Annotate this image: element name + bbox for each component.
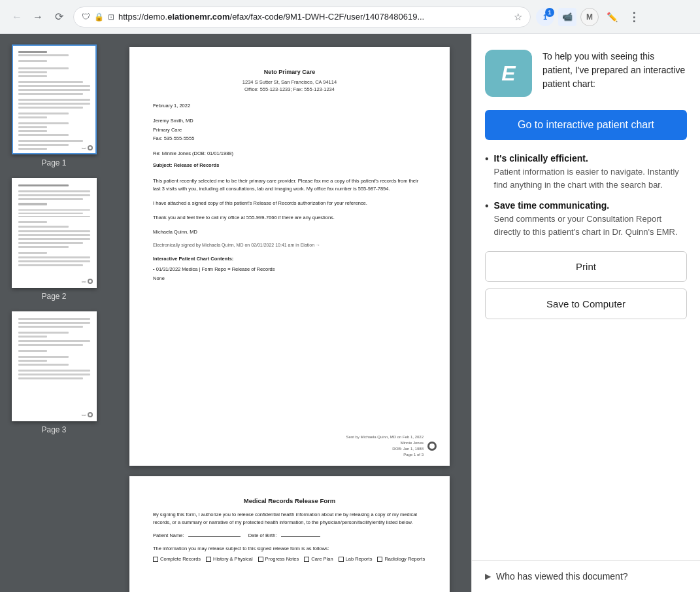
checkbox-lab-reports: Lab Reports xyxy=(339,555,373,563)
print-button[interactable]: Print xyxy=(485,251,687,282)
doc-ipc-title: Interactive Patient Chart Contents: xyxy=(153,255,426,263)
doc-page2-title: Medical Records Release Form xyxy=(153,497,426,504)
who-viewed-section: ▶ Who has viewed this document? xyxy=(472,560,700,592)
doc-electronic-sig: Electronically signed by Michaela Quinn,… xyxy=(153,241,426,249)
checkbox-complete-records: Complete Records xyxy=(153,555,201,563)
url-text: https://demo.elationemr.com/efax/fax-cod… xyxy=(118,12,510,22)
doc-page2-body: By signing this form, I authorize you to… xyxy=(153,511,426,563)
right-sidebar: E To help you with seeing this patient, … xyxy=(471,34,700,592)
thumb-1-footer: text xyxy=(82,145,92,150)
thumbnail-3-label: Page 3 xyxy=(41,425,66,434)
feature-content-1: It's clinically efficient. Patient infor… xyxy=(494,153,687,191)
checkbox-radiology-reports: Radiology Reports xyxy=(377,555,425,563)
doc-para-2: I have attached a signed copy of this pa… xyxy=(153,200,426,207)
feature-content-2: Save time communicating. Send comments o… xyxy=(494,200,687,238)
thumb-3-footer: text xyxy=(82,412,92,417)
doc-recipient: Jeremy Smith, MD Primary Care Fax: 535-5… xyxy=(153,116,426,143)
browser-chrome: ← → ⟳ 🛡 🔒 ⊡ https://demo.elationemr.com/… xyxy=(0,0,700,34)
feature-2-desc: Send comments or your Consultation Repor… xyxy=(494,213,687,238)
thumb-2-footer: text xyxy=(82,279,92,284)
doc-para-1: This patient recently selected me to be … xyxy=(153,177,426,193)
doc-signature: Michaela Quinn, MD xyxy=(153,228,426,236)
doc-body-1: February 1, 2022 Jeremy Smith, MD Primar… xyxy=(153,102,426,283)
doc-ipc-item: • 01/31/2022 Medica | Form Repo ≡ Releas… xyxy=(153,266,426,273)
meta-extension-icon[interactable]: M xyxy=(580,8,599,26)
feature-1-desc: Patient information is easier to navigat… xyxy=(494,165,687,191)
menu-button[interactable]: ⋮ xyxy=(625,8,643,26)
feature-bullet-2: • xyxy=(485,201,489,211)
edit-button[interactable]: ✏️ xyxy=(603,8,621,26)
features-list: • It's clinically efficient. Patient inf… xyxy=(485,153,687,238)
checkbox-history-physical: History & Physical xyxy=(206,555,252,563)
doc-page2-para1: By signing this form, I authorize you to… xyxy=(153,511,426,527)
elation-card: E To help you with seeing this patient, … xyxy=(485,50,687,97)
doc-release-group: The information you may release subject … xyxy=(153,545,426,563)
thumbnail-page-3[interactable]: text Page 3 xyxy=(5,311,103,434)
star-icon[interactable]: ☆ xyxy=(514,11,522,23)
back-button[interactable]: ← xyxy=(8,8,26,26)
doc-checkbox-row: Complete Records History & Physical Prog… xyxy=(153,555,426,563)
main-content: text Page 1 xyxy=(0,34,700,592)
thumbnail-1-label: Page 1 xyxy=(41,158,66,167)
address-bar[interactable]: 🛡 🔒 ⊡ https://demo.elationemr.com/efax/f… xyxy=(73,7,531,27)
doc-clinic-info: 1234 S Sutter St, San Francisco, CA 9411… xyxy=(153,78,426,94)
document-area: Neto Primary Care 1234 S Sutter St, San … xyxy=(108,34,471,592)
elation-intro-text: To help you with seeing this patient, I'… xyxy=(542,50,687,91)
thumbnails-sidebar: text Page 1 xyxy=(0,34,108,592)
forward-button[interactable]: → xyxy=(29,8,47,26)
nav-buttons: ← → ⟳ xyxy=(8,8,68,26)
thumbnail-2-label: Page 2 xyxy=(41,292,66,301)
right-sidebar-content: E To help you with seeing this patient, … xyxy=(472,34,700,560)
reload-button[interactable]: ⟳ xyxy=(50,8,68,26)
save-to-computer-button[interactable]: Save to Computer xyxy=(485,288,687,319)
interactive-chart-button[interactable]: Go to interactive patient chart xyxy=(485,110,687,140)
doc-clinic-name: Neto Primary Care xyxy=(153,68,426,77)
doc-para-3: Thank you and feel free to call my offic… xyxy=(153,214,426,222)
lock-icon: 🔒 xyxy=(94,12,104,22)
elation-logo: E xyxy=(485,50,532,97)
doc-date: February 1, 2022 xyxy=(153,102,426,110)
doc-patient-name-field: Patient Name: xyxy=(153,532,241,540)
thumbnail-img-1: text xyxy=(12,44,97,154)
document-page-2: Medical Records Release Form By signing … xyxy=(129,476,450,592)
doc-dob-field: Date of Birth: xyxy=(248,532,320,540)
profile-extension-icon[interactable]: 1 1 xyxy=(536,8,554,26)
pip-icon: ⊡ xyxy=(108,12,114,22)
elation-logo-letter: E xyxy=(501,61,515,86)
thumbnail-img-2: text xyxy=(12,178,97,288)
browser-actions: 1 1 📹 M ✏️ ⋮ xyxy=(536,8,643,26)
feature-2-title: Save time communicating. xyxy=(494,200,687,211)
action-buttons: Print Save to Computer xyxy=(485,251,687,319)
thumbnail-page-1[interactable]: text Page 1 xyxy=(5,44,103,167)
doc-footer-info: Sent by Michaela Quinn, MD on Feb 1, 202… xyxy=(346,434,424,458)
feature-item-2: • Save time communicating. Send comments… xyxy=(485,200,687,238)
doc-subject: Subject: Release of Records xyxy=(153,162,426,169)
doc-re: Re: Minnie Jones (DOB: 01/01/1988) xyxy=(153,150,426,158)
thumbnail-img-3: text xyxy=(12,311,97,421)
feature-bullet-1: • xyxy=(485,154,489,164)
who-viewed-button[interactable]: ▶ Who has viewed this document? xyxy=(485,571,687,582)
who-viewed-chevron-icon: ▶ xyxy=(485,572,491,581)
doc-footer-circle xyxy=(427,442,437,451)
feature-1-title: It's clinically efficient. xyxy=(494,153,687,164)
feature-item-1: • It's clinically efficient. Patient inf… xyxy=(485,153,687,191)
ext-badge: 1 xyxy=(545,8,554,17)
thumbnail-page-2[interactable]: text Page 2 xyxy=(5,178,103,301)
shield-icon: 🛡 xyxy=(82,12,90,22)
doc-footer-1: Sent by Michaela Quinn, MD on Feb 1, 202… xyxy=(142,434,437,458)
doc-ipc-sub: None xyxy=(153,275,426,283)
document-page-1: Neto Primary Care 1234 S Sutter St, San … xyxy=(129,47,450,466)
checkbox-care-plan: Care Plan xyxy=(304,555,333,563)
checkbox-progress-notes: Progress Notes xyxy=(258,555,299,563)
doc-form-name-row: Patient Name: Date of Birth: xyxy=(153,532,426,540)
who-viewed-label: Who has viewed this document? xyxy=(496,571,628,582)
zoom-extension-icon[interactable]: 📹 xyxy=(558,8,576,26)
